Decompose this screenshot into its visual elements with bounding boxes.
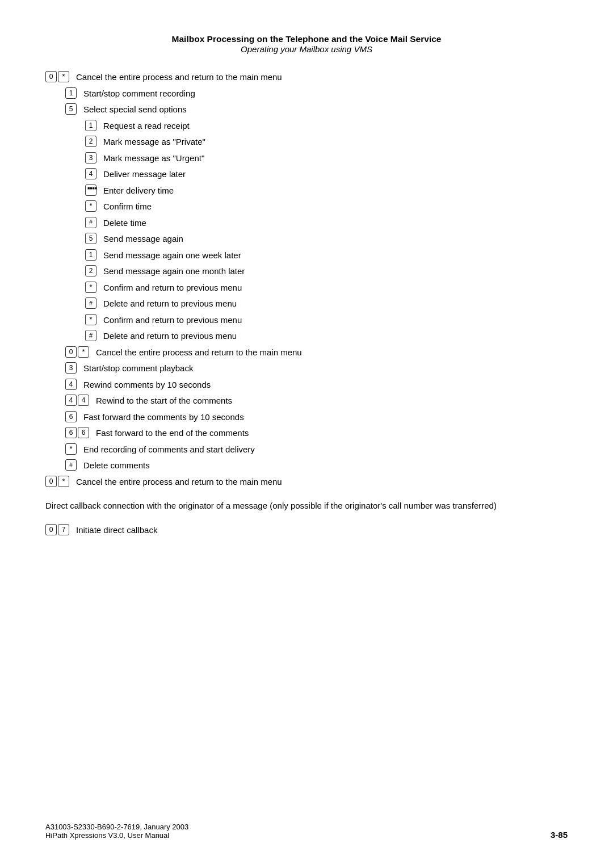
list-item: *Confirm and return to previous menu [45, 282, 568, 295]
key-button: 4 [65, 379, 77, 390]
key-group: 6 [65, 411, 78, 422]
item-text: Delete and return to previous menu [103, 297, 568, 311]
key-group: ■■■■ [85, 184, 98, 196]
item-text: Start/stop comment recording [83, 87, 568, 100]
key-button: # [85, 297, 96, 309]
key-group: * [85, 314, 98, 325]
key-group: 4 [85, 168, 98, 179]
item-text: Confirm and return to previous menu [103, 282, 568, 295]
item-text: Confirm and return to previous menu [103, 314, 568, 327]
key-button: 5 [65, 103, 77, 115]
key-button: 7 [58, 524, 69, 535]
item-text: Cancel the entire process and return to … [96, 346, 568, 359]
list-item: *End recording of comments and start del… [45, 443, 568, 456]
key-button: * [78, 346, 89, 358]
paragraph-text: Direct callback connection with the orig… [45, 500, 568, 513]
key-group: 0* [65, 346, 90, 358]
page-title: Mailbox Processing on the Telephone and … [45, 34, 568, 44]
list-item: 5Select special send options [45, 103, 568, 116]
key-group: 5 [85, 233, 98, 244]
footer-left: A31003-S2330-B690-2-7619, January 2003 H… [45, 823, 188, 840]
key-group: 0* [45, 71, 70, 82]
key-button: # [85, 217, 96, 228]
key-group: 1 [85, 120, 98, 131]
key-button: 1 [65, 87, 77, 99]
key-button: 1 [85, 249, 96, 261]
key-group: # [85, 297, 98, 309]
item-text: Cancel the entire process and return to … [76, 71, 568, 84]
key-button: ■■■■ [85, 184, 96, 196]
key-button: 6 [65, 411, 77, 422]
key-group: * [85, 200, 98, 212]
key-button: # [65, 459, 77, 471]
item-text: Fast forward the comments by 10 seconds [83, 411, 568, 424]
list-item: 1Send message again one week later [45, 249, 568, 262]
callback-item: 07Initiate direct callback [45, 524, 568, 537]
key-group: 1 [65, 87, 78, 99]
list-item: #Delete time [45, 217, 568, 230]
content-area: 0*Cancel the entire process and return t… [45, 71, 568, 536]
list-item: 4Deliver message later [45, 168, 568, 181]
key-group: 66 [65, 427, 90, 438]
item-text: Delete comments [83, 459, 568, 472]
key-button: * [58, 476, 69, 487]
key-group: * [65, 443, 78, 455]
key-button: 3 [65, 362, 77, 374]
item-text: Mark message as "Urgent" [103, 152, 568, 165]
list-item: #Delete and return to previous menu [45, 330, 568, 343]
page-footer: A31003-S2330-B690-2-7619, January 2003 H… [45, 823, 568, 840]
list-item: 3Mark message as "Urgent" [45, 152, 568, 165]
key-button: 4 [78, 395, 89, 406]
list-item: 0*Cancel the entire process and return t… [45, 71, 568, 84]
key-group: * [85, 282, 98, 293]
key-button: 0 [45, 476, 57, 487]
list-item: 0*Cancel the entire process and return t… [45, 476, 568, 489]
list-item: ■■■■Enter delivery time [45, 184, 568, 198]
key-button: 2 [85, 265, 96, 276]
item-text: Send message again one week later [103, 249, 568, 262]
list-item: *Confirm and return to previous menu [45, 314, 568, 327]
item-text: Send message again [103, 233, 568, 246]
item-text: Mark message as "Private" [103, 136, 568, 149]
key-button: * [85, 314, 96, 325]
key-button: * [65, 443, 77, 455]
key-group: # [65, 459, 78, 471]
key-group: 1 [85, 249, 98, 261]
key-button: 0 [45, 524, 57, 535]
list-item: #Delete comments [45, 459, 568, 472]
key-button: 5 [85, 233, 96, 244]
footer-right: 3-85 [551, 830, 568, 840]
list-item: 44Rewind to the start of the comments [45, 395, 568, 408]
list-item: 5Send message again [45, 233, 568, 246]
item-text: Send message again one month later [103, 265, 568, 278]
key-group: 0* [45, 476, 70, 487]
footer-left-line2: HiPath Xpressions V3.0, User Manual [45, 831, 188, 840]
item-text: Enter delivery time [103, 184, 568, 198]
list-item: 6Fast forward the comments by 10 seconds [45, 411, 568, 424]
list-item: 2Send message again one month later [45, 265, 568, 278]
key-button: 4 [85, 168, 96, 179]
key-button: 2 [85, 136, 96, 147]
key-button: * [85, 200, 96, 212]
key-group: 07 [45, 524, 70, 535]
page-subtitle: Operating your Mailbox using VMS [45, 44, 568, 54]
list-item: 4Rewind comments by 10 seconds [45, 379, 568, 392]
key-button: 6 [78, 427, 89, 438]
list-item: 1Request a read receipt [45, 120, 568, 133]
key-button: 3 [85, 152, 96, 163]
footer-left-line1: A31003-S2330-B690-2-7619, January 2003 [45, 823, 188, 831]
key-button: 4 [65, 395, 77, 406]
list-item: *Confirm time [45, 200, 568, 213]
callback-text: Initiate direct callback [76, 524, 568, 537]
item-text: Delete and return to previous menu [103, 330, 568, 343]
key-group: 5 [65, 103, 78, 115]
key-button: 0 [65, 346, 77, 358]
key-group: # [85, 217, 98, 228]
item-text: Rewind comments by 10 seconds [83, 379, 568, 392]
menu-list: 0*Cancel the entire process and return t… [45, 71, 568, 488]
key-button: # [85, 330, 96, 341]
item-text: Select special send options [83, 103, 568, 116]
list-item: #Delete and return to previous menu [45, 297, 568, 311]
key-group: 2 [85, 136, 98, 147]
item-text: Fast forward to the end of the comments [96, 427, 568, 440]
